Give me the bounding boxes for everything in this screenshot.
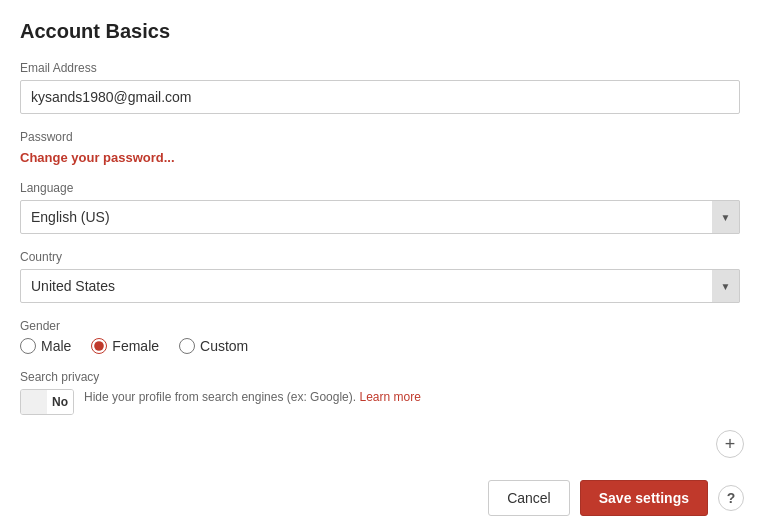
bottom-bar: Cancel Save settings ?: [0, 468, 760, 528]
gender-male-radio[interactable]: [20, 338, 36, 354]
search-privacy-label: Search privacy: [20, 370, 740, 384]
email-label: Email Address: [20, 61, 740, 75]
gender-female-radio[interactable]: [91, 338, 107, 354]
gender-custom-radio[interactable]: [179, 338, 195, 354]
search-privacy-row: No Hide your profile from search engines…: [20, 389, 740, 415]
save-settings-button[interactable]: Save settings: [580, 480, 708, 516]
change-password-link[interactable]: Change your password...: [20, 150, 175, 165]
gender-female-option[interactable]: Female: [91, 338, 159, 354]
cancel-button[interactable]: Cancel: [488, 480, 570, 516]
plus-button[interactable]: +: [716, 430, 744, 458]
gender-male-label: Male: [41, 338, 71, 354]
search-privacy-group: Search privacy No Hide your profile from…: [20, 370, 740, 415]
gender-custom-label: Custom: [200, 338, 248, 354]
language-select[interactable]: English (US) English (UK) Spanish French…: [20, 200, 740, 234]
page-container: Account Basics Email Address Password Ch…: [0, 0, 760, 528]
country-select-wrapper: United States United Kingdom Canada Aust…: [20, 269, 740, 303]
password-label: Password: [20, 130, 740, 144]
email-input[interactable]: [20, 80, 740, 114]
gender-field-group: Gender Male Female Custom: [20, 319, 740, 354]
privacy-description: Hide your profile from search engines (e…: [84, 389, 421, 406]
gender-female-label: Female: [112, 338, 159, 354]
language-select-wrapper: English (US) English (UK) Spanish French…: [20, 200, 740, 234]
privacy-learn-more-link[interactable]: Learn more: [359, 390, 420, 404]
email-field-group: Email Address: [20, 61, 740, 114]
toggle-off-side: [21, 389, 47, 415]
gender-male-option[interactable]: Male: [20, 338, 71, 354]
gender-label: Gender: [20, 319, 740, 333]
language-label: Language: [20, 181, 740, 195]
privacy-description-text: Hide your profile from search engines (e…: [84, 390, 359, 404]
language-field-group: Language English (US) English (UK) Spani…: [20, 181, 740, 234]
privacy-toggle[interactable]: No: [20, 389, 74, 415]
country-field-group: Country United States United Kingdom Can…: [20, 250, 740, 303]
toggle-no-label: No: [47, 389, 73, 415]
country-select[interactable]: United States United Kingdom Canada Aust…: [20, 269, 740, 303]
password-field-group: Password Change your password...: [20, 130, 740, 165]
gender-radio-group: Male Female Custom: [20, 338, 740, 354]
page-title: Account Basics: [20, 20, 740, 43]
help-button[interactable]: ?: [718, 485, 744, 511]
gender-custom-option[interactable]: Custom: [179, 338, 248, 354]
country-label: Country: [20, 250, 740, 264]
